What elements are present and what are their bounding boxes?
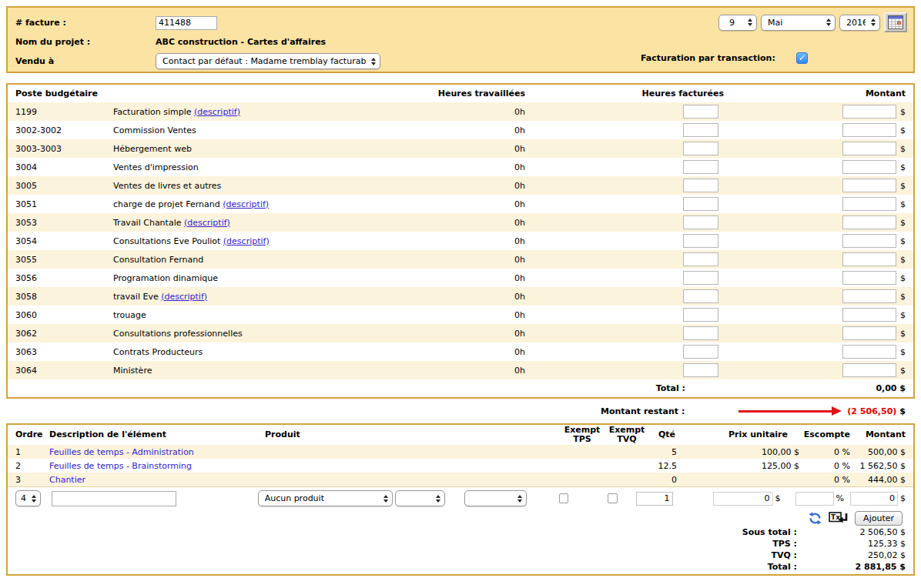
new-item-description-input[interactable] <box>52 491 176 506</box>
budget-item-label: charge de projet Fernand (descriptif) <box>113 199 417 209</box>
amount-input[interactable] <box>842 179 896 192</box>
budget-row: 3005Ventes de livres et autres 0h$ <box>8 176 913 195</box>
date-year-select[interactable]: 2016 <box>839 15 880 31</box>
budget-row: 3062Consultations professionnelles 0h$ <box>8 324 913 342</box>
budget-row: 3058travail Eve (descriptif)0h$ <box>8 287 913 306</box>
new-item-unit-select[interactable] <box>395 490 445 506</box>
amount-input[interactable] <box>842 197 896 211</box>
currency-suffix: $ <box>900 144 906 154</box>
hours-billed-input[interactable] <box>683 234 718 248</box>
currency-suffix: $ <box>900 310 906 320</box>
exempt-tps-checkbox[interactable] <box>559 493 568 503</box>
descriptif-link[interactable]: (descriptif) <box>184 218 230 228</box>
hours-billed-cell <box>525 252 724 266</box>
budget-row: 3056Programation dinamique 0h$ <box>8 269 913 287</box>
new-item-montant-input[interactable] <box>850 492 898 506</box>
item-qte: 0 <box>647 475 687 485</box>
facture-number-input[interactable] <box>156 16 217 30</box>
budget-row: 3054Consultations Eve Pouliot (descripti… <box>8 232 913 250</box>
amount-input[interactable] <box>842 234 896 248</box>
hours-billed-input[interactable] <box>683 179 718 192</box>
new-item-ordre-value: 4 <box>21 493 26 503</box>
facture-label: # facture : <box>15 18 156 28</box>
hours-billed-input[interactable] <box>683 123 718 137</box>
item-description-link[interactable]: Feuilles de temps - Administration <box>49 447 194 457</box>
date-day-select[interactable]: 9 <box>718 15 757 31</box>
budget-item-label: Hébergement web <box>113 144 417 154</box>
total-line-label: Sous total : <box>742 527 797 537</box>
amount-cell: $ <box>724 160 906 174</box>
new-item-escompte-input[interactable] <box>795 492 834 506</box>
budget-item-code: 3055 <box>15 255 113 265</box>
amount-input[interactable] <box>842 271 896 285</box>
amount-input[interactable] <box>842 363 896 377</box>
amount-input[interactable] <box>842 105 896 119</box>
descriptif-link[interactable]: (descriptif) <box>194 107 240 117</box>
new-item-prix-input[interactable] <box>713 492 773 506</box>
total-line-value: 125,33 $ <box>797 539 906 549</box>
calendar-button[interactable] <box>884 12 907 32</box>
montant-restant-currency: $ <box>899 406 906 416</box>
item-description-link[interactable]: Chantier <box>49 475 85 485</box>
totals-line: Sous total :2 506,50 $ <box>8 526 913 538</box>
hours-billed-input[interactable] <box>683 345 718 359</box>
exempt-tvq-checkbox[interactable] <box>608 493 617 503</box>
facturation-checkbox[interactable]: ✓ <box>796 52 808 64</box>
amount-input[interactable] <box>842 345 896 359</box>
item-qte: 5 <box>647 447 687 457</box>
tx-import-button[interactable]: Tx <box>829 512 848 525</box>
amount-input[interactable] <box>842 308 896 322</box>
red-arrow-icon <box>738 406 842 416</box>
amount-cell: $ <box>724 215 906 229</box>
budget-row: 3053Travail Chantale (descriptif)0h$ <box>8 213 913 232</box>
currency-suffix: $ <box>900 347 906 357</box>
hours-billed-input[interactable] <box>683 160 718 174</box>
descriptif-link[interactable]: (descriptif) <box>223 236 270 246</box>
new-item-ordre-select[interactable]: 4 <box>15 490 41 506</box>
hours-billed-input[interactable] <box>683 252 718 266</box>
hours-billed-input[interactable] <box>683 308 718 322</box>
hours-worked-value: 0h <box>417 310 525 320</box>
select-arrows-icon <box>32 495 36 503</box>
vendu-select[interactable]: Contact par défaut : Madame tremblay fac… <box>156 53 380 69</box>
amount-input[interactable] <box>842 123 896 137</box>
amount-input[interactable] <box>842 289 896 303</box>
descriptif-link[interactable]: (descriptif) <box>161 292 207 302</box>
invoice-totals: Sous total :2 506,50 $TPS :125,33 $TVQ :… <box>8 526 913 573</box>
select-arrows-icon <box>371 58 376 65</box>
amount-input[interactable] <box>842 252 896 266</box>
new-item-tax-select[interactable] <box>464 490 526 506</box>
hours-billed-input[interactable] <box>683 197 718 211</box>
hours-billed-input[interactable] <box>683 105 718 119</box>
budget-item-code: 3064 <box>15 366 113 376</box>
amount-input[interactable] <box>842 142 896 155</box>
montant-currency-suffix: $ <box>900 493 906 503</box>
new-item-row: 4 Aucun produit $ % $ <box>8 486 913 509</box>
budget-row: 1199Facturation simple (descriptif)0h$ <box>8 102 913 121</box>
refresh-taxes-button[interactable] <box>809 512 822 525</box>
hours-billed-cell <box>525 197 724 211</box>
amount-input[interactable] <box>842 160 896 174</box>
hours-billed-input[interactable] <box>683 271 718 285</box>
new-item-produit-select[interactable]: Aucun produit <box>258 490 393 506</box>
budget-total-row: Total : 0,00 $ <box>8 379 913 397</box>
item-description-link[interactable]: Feuilles de temps - Brainstorming <box>49 461 192 471</box>
ajouter-button[interactable]: Ajouter <box>855 511 903 526</box>
total-line-value: 250,02 $ <box>797 550 906 560</box>
date-month-select[interactable]: Mai <box>761 15 836 31</box>
budget-item-label: Contrats Producteurs <box>113 347 417 357</box>
amount-input[interactable] <box>842 326 896 340</box>
col-ordre: Ordre <box>15 430 49 439</box>
total-line-value: 2 881,85 $ <box>797 562 906 572</box>
hours-billed-input[interactable] <box>683 142 718 155</box>
hours-billed-input[interactable] <box>683 326 718 340</box>
hours-billed-input[interactable] <box>683 289 718 303</box>
hours-billed-input[interactable] <box>683 363 718 377</box>
col-heures-facturees: Heures facturées <box>525 89 724 99</box>
descriptif-link[interactable]: (descriptif) <box>223 199 269 209</box>
currency-suffix: $ <box>900 181 906 191</box>
col-montant-item: Montant <box>850 430 906 439</box>
new-item-qte-input[interactable] <box>636 492 673 506</box>
hours-billed-input[interactable] <box>683 215 718 229</box>
amount-input[interactable] <box>842 215 896 229</box>
